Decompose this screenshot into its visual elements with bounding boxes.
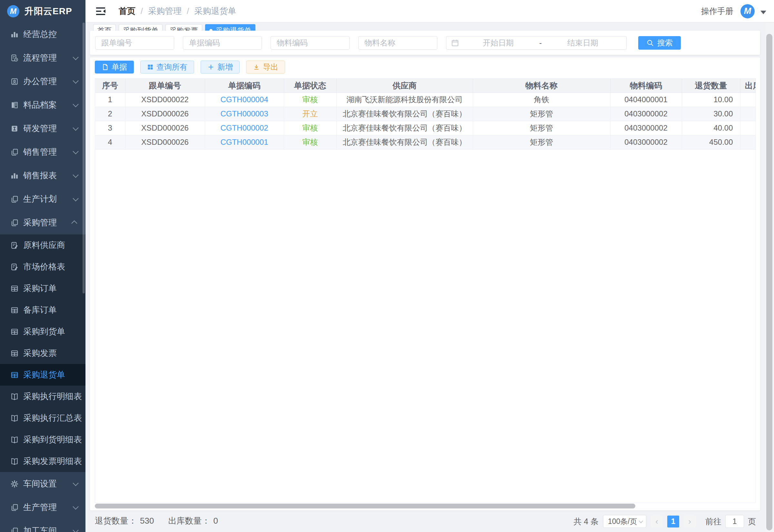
col-header-follow-no: 跟单编号 <box>125 79 205 93</box>
cell-material-name: 矩形管 <box>473 107 610 121</box>
chevron-down-icon <box>73 504 78 509</box>
sidebar-item-purchase-invoice-detail[interactable]: 采购发票明细表 <box>0 450 85 472</box>
top-header: 首页 / 采购管理 / 采购退货单 操作手册 M <box>85 0 774 23</box>
breadcrumb-home[interactable]: 首页 <box>119 5 135 17</box>
sidebar-item-processing-workshop[interactable]: 加工车间 <box>0 519 85 532</box>
sidebar-item-production-plan[interactable]: 生产计划 <box>0 187 85 211</box>
sidebar-collapse-icon[interactable] <box>96 7 106 15</box>
cell-supplier: 北京赛佳味餐饮有限公司（赛百味） <box>336 107 473 121</box>
cell-index: 4 <box>95 135 125 149</box>
cell-doc-code-link[interactable]: CGTH000002 <box>205 121 284 135</box>
sidebar-item-label: 生产管理 <box>23 502 73 513</box>
chevron-down-icon <box>73 54 78 60</box>
cell-doc-code-link[interactable]: CGTH000001 <box>205 135 284 149</box>
cell-status: 审核 <box>284 135 336 149</box>
search-button[interactable]: 搜索 <box>638 36 681 50</box>
prev-page-button[interactable]: ‹ <box>651 516 663 527</box>
page-size-select[interactable]: 100条/页 <box>603 515 646 528</box>
box-i-icon <box>10 124 19 133</box>
col-header-return-qty: 退货数量 <box>682 79 740 93</box>
sidebar-item-market-price[interactable]: 市场价格表 <box>0 256 85 278</box>
date-range-picker[interactable]: 开始日期 - 结束日期 <box>446 36 627 50</box>
open-book-icon <box>10 414 19 422</box>
add-button[interactable]: 新增 <box>201 61 240 74</box>
cell-doc-code-link[interactable]: CGTH000003 <box>205 107 284 121</box>
export-button[interactable]: 导出 <box>246 61 285 74</box>
sidebar-item-material-archive[interactable]: 料品档案 <box>0 93 85 117</box>
col-header-material-code: 物料编码 <box>610 79 682 93</box>
sidebar-item-label: 市场价格表 <box>23 261 77 272</box>
sidebar-item-workshop-settings[interactable]: 车间设置 <box>0 472 85 496</box>
page-number-button[interactable]: 1 <box>667 516 679 527</box>
sidebar-item-purchase-exec-detail[interactable]: 采购执行明细表 <box>0 386 85 407</box>
sidebar-item-label: 采购管理 <box>23 217 73 228</box>
sidebar-item-purchase-arrival-detail[interactable]: 采购到货明细表 <box>0 429 85 450</box>
date-start-placeholder: 开始日期 <box>459 38 537 48</box>
goto-label: 前往 <box>705 516 721 527</box>
breadcrumb-current-page: 采购退货单 <box>194 5 236 17</box>
sidebar-item-production-mgmt[interactable]: 生产管理 <box>0 496 85 519</box>
vertical-scrollbar-track <box>765 23 774 532</box>
sidebar-item-purchase-order[interactable]: 采购订单 <box>0 278 85 299</box>
cell-status: 审核 <box>284 121 336 135</box>
sidebar-item-sales-report[interactable]: 销售报表 <box>0 164 85 187</box>
sidebar-item-purchase-arrival[interactable]: 采购到货单 <box>0 321 85 342</box>
purchase-submenu: 原料供应商 市场价格表 采购订单 备库订单 采购到货单 <box>0 234 85 472</box>
cell-doc-code-link[interactable]: CGTH000004 <box>205 93 284 107</box>
date-end-placeholder: 结束日期 <box>544 38 622 48</box>
sidebar-item-label: 加工车间 <box>23 525 73 532</box>
sidebar-item-label: 经营总控 <box>23 29 77 40</box>
breadcrumb-separator: / <box>187 6 189 16</box>
sidebar-item-office-mgmt[interactable]: 办公管理 <box>0 70 85 93</box>
sidebar-item-purchase-return[interactable]: 采购退货单 <box>0 364 85 386</box>
toolbar: 单据 查询所有 新增 导出 <box>95 61 285 74</box>
table-row[interactable]: 1 XSDD000022 CGTH000004 审核 湖南飞沃新能源科技股份有限… <box>95 93 756 107</box>
sidebar-item-stock-order[interactable]: 备库订单 <box>0 299 85 321</box>
query-all-button[interactable]: 查询所有 <box>140 61 194 74</box>
sidebar-item-rnd-mgmt[interactable]: 研发管理 <box>0 117 85 140</box>
manual-link[interactable]: 操作手册 <box>701 6 733 16</box>
sidebar-item-label: 生产计划 <box>23 193 73 205</box>
cell-follow-no: XSDD000022 <box>125 93 205 107</box>
summary-stats: 退货数量： 530 出库数量： 0 <box>95 515 218 527</box>
sidebar-item-purchase-exec-summary[interactable]: 采购执行汇总表 <box>0 407 85 429</box>
horizontal-scrollbar[interactable] <box>95 504 635 508</box>
sidebar-item-raw-supplier[interactable]: 原料供应商 <box>0 234 85 256</box>
sidebar-item-process-mgmt[interactable]: 流程管理 <box>0 46 85 70</box>
col-header-status: 单据状态 <box>284 79 336 93</box>
table-row[interactable]: 2 XSDD000026 CGTH000003 开立 北京赛佳味餐饮有限公司（赛… <box>95 107 756 121</box>
cell-supplier: 湖南飞沃新能源科技股份有限公司 <box>336 93 473 107</box>
calendar-icon <box>451 39 459 47</box>
user-avatar[interactable]: M <box>740 4 755 18</box>
sidebar-item-business-overview[interactable]: 经营总控 <box>0 23 85 46</box>
sidebar-scrollbar[interactable] <box>83 23 85 293</box>
doc-code-input[interactable] <box>183 36 262 50</box>
erp-app: M 升阳云ERP 经营总控 流程管理 办公管理 料品档案 <box>0 0 774 532</box>
avatar-caret-icon[interactable] <box>760 11 766 14</box>
chevron-down-icon <box>73 125 78 131</box>
chevron-down-icon <box>73 172 78 178</box>
table-row[interactable]: 4 XSDD000026 CGTH000001 审核 北京赛佳味餐饮有限公司（赛… <box>95 135 756 149</box>
order-follow-no-input[interactable] <box>95 36 174 50</box>
table-row[interactable]: 3 XSDD000026 CGTH000002 审核 北京赛佳味餐饮有限公司（赛… <box>95 121 756 135</box>
sidebar-item-purchase-mgmt[interactable]: 采购管理 <box>0 211 85 234</box>
sidebar-item-label: 销售报表 <box>23 170 73 181</box>
header-actions: 操作手册 M <box>701 4 766 18</box>
next-page-button[interactable]: › <box>684 516 696 527</box>
document-button[interactable]: 单据 <box>95 61 134 74</box>
pages-icon <box>10 195 19 203</box>
sidebar-item-label: 采购到货明细表 <box>23 434 82 445</box>
cell-status: 开立 <box>284 107 336 121</box>
vertical-scrollbar[interactable] <box>766 34 772 530</box>
material-code-input[interactable] <box>271 36 350 50</box>
grid-table-icon <box>10 371 19 379</box>
breadcrumb-separator: / <box>141 6 143 16</box>
material-name-input[interactable] <box>358 36 437 50</box>
search-button-label: 搜索 <box>657 38 673 48</box>
breadcrumb-purchase-mgmt: 采购管理 <box>148 5 182 17</box>
sidebar-item-purchase-invoice[interactable]: 采购发票 <box>0 342 85 364</box>
sidebar-item-sales-mgmt[interactable]: 销售管理 <box>0 140 85 164</box>
cell-follow-no: XSDD000026 <box>125 121 205 135</box>
goto-page-input[interactable] <box>725 515 744 528</box>
cell-material-code: 0403000002 <box>610 135 682 149</box>
